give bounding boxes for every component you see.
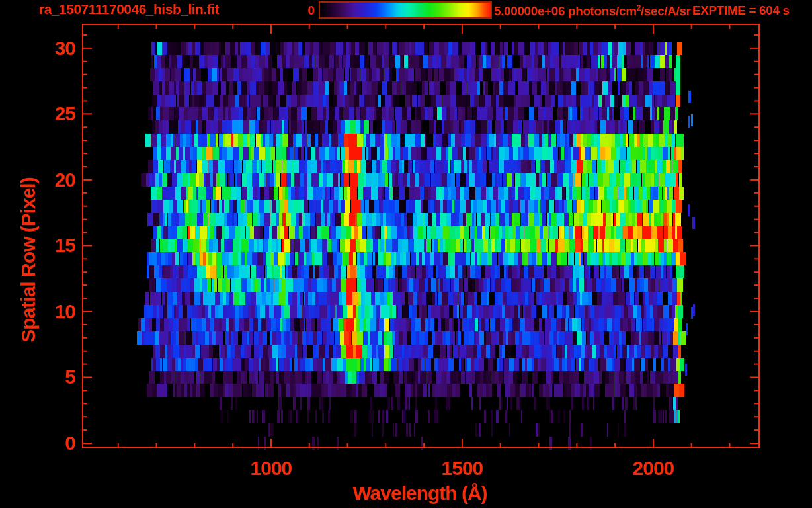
spectrogram-heatmap-canvas xyxy=(0,0,812,508)
spectrogram-viewer-window: ra_150711170046_hisb_lin.fit 0 5.00000e+… xyxy=(0,0,812,508)
